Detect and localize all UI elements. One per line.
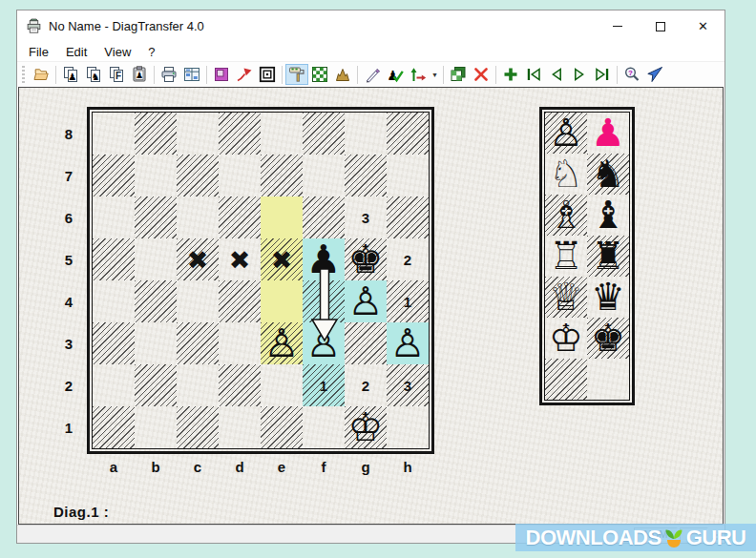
zoom-help-button[interactable]: ? — [620, 64, 643, 85]
square-b5[interactable] — [135, 238, 177, 280]
square-h8[interactable] — [387, 113, 429, 155]
maximize-button[interactable] — [639, 10, 682, 42]
palette-white-pawn[interactable]: ♙ — [545, 113, 587, 154]
square-c6[interactable] — [177, 196, 219, 238]
square-a8[interactable] — [93, 113, 135, 155]
square-h5[interactable]: 2 — [387, 238, 429, 280]
square-b1[interactable] — [135, 406, 177, 448]
square-a6[interactable] — [93, 196, 135, 238]
square-f7[interactable] — [303, 155, 345, 196]
diagram-setup-button[interactable] — [180, 64, 203, 85]
square-c4[interactable] — [177, 280, 219, 322]
square-f3[interactable]: ♙ — [303, 322, 345, 364]
piece-set-button[interactable] — [331, 64, 354, 85]
square-c7[interactable] — [177, 155, 219, 196]
palette-black-knight[interactable]: ♞ — [587, 154, 629, 195]
nav-next-button[interactable] — [568, 64, 591, 85]
palette-white-knight[interactable]: ♘ — [545, 154, 587, 195]
board-colors-button[interactable] — [210, 64, 233, 85]
square-d5[interactable]: ✖ — [219, 238, 261, 280]
square-g2[interactable]: 2 — [345, 364, 387, 406]
palette-white-bishop[interactable]: ♗ — [545, 195, 587, 236]
palette-black-pawn[interactable]: ♟ — [587, 113, 629, 154]
palette-black-queen[interactable]: ♛ — [587, 277, 629, 318]
square-a1[interactable] — [93, 406, 135, 448]
square-g1[interactable]: ♔ — [345, 406, 387, 448]
delete-diagram-button[interactable] — [470, 64, 493, 85]
paste-diagram-button[interactable]: ♟ — [128, 64, 151, 85]
square-a4[interactable] — [93, 280, 135, 322]
palette-white-queen[interactable]: ♕ — [545, 277, 587, 318]
square-h6[interactable] — [387, 196, 429, 238]
square-h7[interactable] — [387, 155, 429, 196]
square-h1[interactable] — [387, 406, 429, 448]
new-diagram-button[interactable] — [447, 64, 470, 85]
square-f8[interactable] — [303, 113, 345, 155]
square-f1[interactable] — [303, 406, 345, 448]
square-d6[interactable] — [219, 196, 261, 238]
square-g8[interactable] — [345, 113, 387, 155]
square-d7[interactable] — [219, 155, 261, 196]
square-b2[interactable] — [135, 364, 177, 406]
square-d8[interactable] — [219, 113, 261, 155]
pointer-tool-button[interactable] — [643, 64, 666, 85]
square-c1[interactable] — [177, 406, 219, 448]
palette-empty-square[interactable] — [545, 359, 587, 400]
add-diagram-button[interactable] — [499, 64, 522, 85]
square-g5[interactable]: ♚ — [345, 238, 387, 280]
square-a3[interactable] — [93, 322, 135, 364]
square-b8[interactable] — [135, 113, 177, 155]
border-style-button[interactable] — [256, 64, 279, 85]
print-diagram-button[interactable] — [158, 64, 180, 85]
square-a2[interactable] — [93, 364, 135, 406]
square-f6[interactable] — [303, 196, 345, 238]
dropdown-caret-icon[interactable]: ▼ — [430, 72, 440, 78]
menu-edit[interactable]: Edit — [57, 44, 95, 60]
move-piece-button[interactable] — [407, 64, 430, 85]
menu-view[interactable]: View — [95, 44, 139, 60]
nav-first-button[interactable] — [522, 64, 545, 85]
square-f2[interactable]: 1 — [303, 364, 345, 406]
square-e8[interactable] — [261, 113, 303, 155]
nav-prev-button[interactable] — [545, 64, 568, 85]
square-f5[interactable]: ♟ — [303, 238, 345, 280]
paint-board-button[interactable] — [285, 64, 308, 85]
palette-black-bishop[interactable]: ♝ — [587, 195, 629, 236]
square-e2[interactable] — [261, 364, 303, 406]
square-a7[interactable] — [93, 155, 135, 196]
square-d1[interactable] — [219, 406, 261, 448]
open-folder-button[interactable] — [30, 64, 52, 85]
nav-last-button[interactable] — [591, 64, 614, 85]
draw-arrow-button[interactable] — [233, 64, 256, 85]
square-b7[interactable] — [135, 155, 177, 196]
checker-pattern-button[interactable] — [308, 64, 331, 85]
square-g6[interactable]: 3 — [345, 196, 387, 238]
palette-black-rook[interactable]: ♜ — [587, 236, 629, 277]
square-g3[interactable] — [345, 322, 387, 364]
square-g7[interactable] — [345, 155, 387, 196]
pen-tool-button[interactable] — [361, 64, 384, 85]
copy-knight-button[interactable]: ♞ — [82, 64, 105, 85]
square-h2[interactable]: 3 — [387, 364, 429, 406]
square-c3[interactable] — [177, 322, 219, 364]
menu-file[interactable]: File — [20, 44, 57, 60]
copy-pawn-button[interactable]: ♟ — [59, 64, 82, 85]
square-e7[interactable] — [261, 155, 303, 196]
square-b6[interactable] — [135, 196, 177, 238]
square-e3[interactable]: ♙ — [261, 322, 303, 364]
palette-white-rook[interactable]: ♖ — [545, 236, 587, 277]
palette-black-king[interactable]: ♚ — [587, 318, 629, 359]
toolbar-grip[interactable] — [22, 66, 25, 83]
square-f4[interactable] — [303, 280, 345, 322]
copy-fen-button[interactable]: F — [105, 64, 128, 85]
close-button[interactable]: ✕ — [682, 10, 724, 42]
square-d4[interactable] — [219, 280, 261, 322]
square-c8[interactable] — [177, 113, 219, 155]
palette-white-king[interactable]: ♔ — [545, 318, 587, 359]
square-b3[interactable] — [135, 322, 177, 364]
square-c2[interactable] — [177, 364, 219, 406]
square-b4[interactable] — [135, 280, 177, 322]
square-c5[interactable]: ✖ — [177, 238, 219, 280]
palette-empty-square[interactable] — [587, 359, 629, 400]
square-h4[interactable]: 1 — [387, 280, 429, 322]
